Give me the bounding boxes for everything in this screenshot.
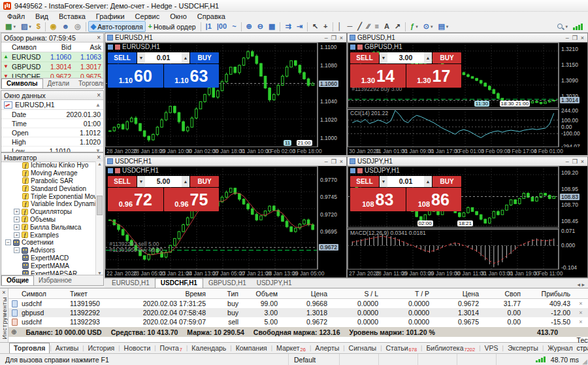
- ohlc-toggle-icon[interactable]: [350, 168, 355, 173]
- buy-price[interactable]: 1.3017: [406, 64, 462, 88]
- indicator-subwindow-macd[interactable]: MACD(12,26,9) 0.0341 0.0181: [348, 228, 559, 269]
- crosshair-button[interactable]: +: [321, 21, 330, 32]
- navigator-item-ExpertMACD[interactable]: ExpertMACD: [1, 254, 96, 262]
- navigator-close-icon[interactable]: ×: [97, 154, 101, 161]
- ohlc-toggle-icon[interactable]: [108, 44, 113, 50]
- scroll-up-icon[interactable]: ▲: [95, 102, 101, 108]
- terminal-row-11392292[interactable]: gbpusd113922922020.02.04 07:58:48buy3.00…: [8, 308, 588, 317]
- scroll-down-icon[interactable]: ▼: [95, 148, 101, 152]
- channel-button[interactable]: ∕∕: [365, 21, 372, 32]
- time-axis-usdjpy[interactable]: 27 Jan 202028 Jan 11:0029 Jan 03:0029 Ja…: [348, 269, 587, 277]
- toolbar-search-button[interactable]: ▾: [554, 21, 570, 32]
- close-position-icon[interactable]: ×: [574, 300, 587, 307]
- strategy-tester-button[interactable]: Тестер стратегий: [577, 336, 588, 353]
- ohlc-toggle-icon[interactable]: [108, 168, 113, 173]
- buy-price[interactable]: 0.9675: [164, 188, 220, 211]
- chart-close-button[interactable]: ×: [340, 158, 343, 165]
- sell-button[interactable]: SELL: [350, 52, 379, 63]
- menu-item-Окно[interactable]: Окно: [165, 12, 192, 20]
- price-scale-usdchf[interactable]: 0.97700.97450.97200.96950.96700.9672: [318, 166, 346, 269]
- market-watch-close-icon[interactable]: ×: [97, 35, 101, 41]
- chart-tab-GBPUSD,H1[interactable]: GBPUSD,H1: [203, 279, 252, 288]
- resize-grip[interactable]: ◢: [582, 358, 587, 365]
- chart-restore-button[interactable]: ❒: [331, 35, 336, 41]
- chart-close-button[interactable]: ×: [581, 35, 584, 41]
- lot-increase-icon[interactable]: ▲: [182, 176, 189, 187]
- close-position-icon[interactable]: ×: [574, 309, 587, 316]
- lot-size-stepper[interactable]: ▼5.00▲: [137, 176, 189, 187]
- toolbox-tab-Сигналы[interactable]: Сигналы: [345, 343, 381, 353]
- navigator-item-ExpertMAMA[interactable]: ExpertMAMA: [1, 262, 96, 269]
- toolbox-tab-Маркет[interactable]: Маркет26: [272, 343, 310, 353]
- toolbox-tab-История[interactable]: История: [84, 343, 119, 353]
- chart-body-usdchf[interactable]: 0.97700.97450.97200.96950.96700.967222 J…: [105, 166, 346, 277]
- templates-button[interactable]: ▤▾: [435, 21, 451, 32]
- market-watch-row-EURUSD[interactable]: ▲EURUSD1.10601.1063: [1, 52, 103, 62]
- indicator-toggle-icon[interactable]: [357, 168, 363, 173]
- toolbox-tab-Новости[interactable]: Новости: [120, 343, 155, 353]
- menu-item-Файл[interactable]: Файл: [2, 12, 30, 20]
- navigator-tab-Общие[interactable]: Общие: [1, 275, 34, 285]
- chart-tab-USDCHF,H1[interactable]: USDCHF,H1: [155, 278, 203, 288]
- lot-decrease-icon[interactable]: ▼: [380, 52, 387, 63]
- terminal-close-icon[interactable]: ×: [2, 290, 5, 295]
- terminal-col-Время[interactable]: Время: [129, 290, 210, 298]
- ohlc-toggle-icon[interactable]: [350, 44, 355, 50]
- zoom-out-button[interactable]: ⊖: [255, 21, 266, 32]
- chart-minimize-button[interactable]: –: [325, 158, 328, 165]
- buy-button[interactable]: BUY: [190, 52, 219, 63]
- navigator-item-Советники[interactable]: −Советники: [1, 239, 96, 247]
- toolbox-tab-Компания[interactable]: Компания: [232, 343, 271, 353]
- chart-minimize-button[interactable]: –: [325, 35, 328, 41]
- navigator-item-Advisors[interactable]: −Advisors: [1, 247, 96, 254]
- lot-size-stepper[interactable]: ▼3.00▲: [380, 52, 432, 63]
- navigator-item-Examples[interactable]: +fExamples: [1, 231, 96, 239]
- vertical-line-button[interactable]: │: [335, 21, 345, 32]
- toolbox-tab-Торговля[interactable]: Торговля: [9, 343, 50, 353]
- trendline-button[interactable]: ╱: [355, 21, 365, 32]
- navigator-scrollbar[interactable]: ▲▼: [95, 162, 103, 275]
- buy-price[interactable]: 10886: [406, 188, 462, 211]
- buy-price[interactable]: 1.1063: [164, 64, 220, 88]
- new-order-button[interactable]: +Новый ордер: [146, 21, 199, 32]
- terminal-row-11392293[interactable]: usdchf113922932020.02.04 07:59:07sell5.0…: [8, 317, 588, 326]
- arrows-button[interactable]: ↗: [392, 21, 403, 32]
- time-axis-usdchf[interactable]: 22 Jan 202023 Jan 05:0023 Jan 21:0024 Ja…: [105, 269, 346, 277]
- expand-icon[interactable]: ⊕: [11, 328, 16, 336]
- navigator-item-Parabolic SAR[interactable]: fParabolic SAR: [1, 177, 96, 185]
- terminal-col-Прибыль[interactable]: Прибыль: [525, 290, 574, 298]
- menu-item-Сервис[interactable]: Сервис: [130, 12, 165, 20]
- lot-size-stepper[interactable]: ▼0.01▲: [137, 52, 189, 63]
- market-watch-tab-Детали[interactable]: Детали: [43, 79, 74, 88]
- time-axis-gbpusd[interactable]: 30 Jan 202031 Jan 01:0031 Jan 09:0031 Ja…: [348, 147, 587, 155]
- chart-body-eurusd[interactable]: 1.11001.10801.10601.10401.10201.10001.10…: [105, 43, 346, 155]
- market-watch-tab-Символы[interactable]: Символы: [1, 78, 43, 88]
- sell-button[interactable]: SELL: [108, 176, 137, 187]
- tab-scroll-arrows-icon[interactable]: ◂ ▸: [577, 281, 588, 288]
- terminal-col-Цена[interactable]: Цена: [433, 290, 483, 298]
- buy-button[interactable]: BUY: [433, 176, 461, 187]
- terminal-col-Тикет[interactable]: Тикет: [69, 290, 129, 298]
- lot-decrease-icon[interactable]: ▼: [380, 176, 387, 187]
- terminal-col-Цена[interactable]: Цена: [282, 290, 331, 298]
- chart-body-gbpusd[interactable]: CCI(14) 201.221.32101.31501.30901.30301.…: [348, 43, 587, 155]
- navigator-item-Осцилляторы[interactable]: +fОсцилляторы: [1, 208, 96, 216]
- expand-plus-icon[interactable]: +: [14, 232, 20, 238]
- collapse-minus-icon[interactable]: −: [14, 247, 20, 253]
- sell-button[interactable]: SELL: [350, 176, 379, 187]
- terminal-col-Тип[interactable]: Тип: [210, 290, 242, 298]
- fibonacci-button[interactable]: ≡: [372, 21, 381, 32]
- timeframes-button[interactable]: ⊙▾: [421, 21, 436, 32]
- navigator-item-Variable Index Dynamic A[interactable]: fVariable Index Dynamic A: [1, 200, 96, 208]
- sell-price[interactable]: 1.1060: [108, 64, 163, 88]
- sell-button[interactable]: SELL: [108, 52, 137, 63]
- menu-item-Вид[interactable]: Вид: [30, 12, 54, 20]
- data-window-close-icon[interactable]: ×: [97, 92, 101, 99]
- indicators-button[interactable]: ƒ▾: [408, 21, 421, 32]
- navigator-item-Standard Deviation[interactable]: fStandard Deviation: [1, 184, 96, 192]
- menu-item-Справка[interactable]: Справка: [192, 12, 231, 20]
- candles-button[interactable]: |00: [214, 21, 229, 32]
- buy-button[interactable]: BUY: [433, 52, 461, 63]
- chart-titlebar-gbpusd[interactable]: GBPUSD,H1–❒×: [348, 33, 587, 43]
- terminal-col-Своп[interactable]: Своп: [483, 290, 525, 298]
